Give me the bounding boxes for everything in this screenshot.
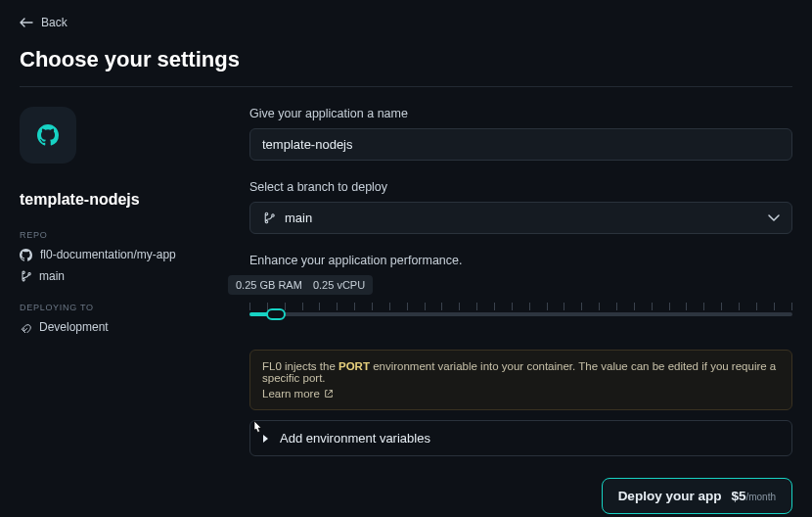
branch-select-value: main: [285, 211, 312, 225]
deploy-price: $5: [731, 489, 745, 503]
repo-path-row[interactable]: fl0-documentation/my-app: [20, 248, 210, 261]
branch-icon: [20, 270, 31, 282]
env-vars-expander[interactable]: Add environment variables: [249, 420, 792, 456]
branch-select-label: Select a branch to deploy: [249, 180, 792, 194]
performance-label: Enhance your application performance.: [249, 254, 792, 267]
app-name-label: Give your application a name: [249, 107, 792, 120]
port-notice: FL0 injects the PORT environment variabl…: [249, 350, 792, 410]
external-link-icon: [324, 389, 334, 399]
slider-cpu-value: 0.25 vCPU: [313, 279, 365, 291]
app-avatar: [20, 107, 76, 164]
github-icon: [20, 249, 32, 261]
rocket-icon: [20, 321, 31, 333]
repo-path: fl0-documentation/my-app: [40, 248, 176, 261]
slider-ram-value: 0.25 GB RAM: [236, 279, 302, 291]
deploy-button[interactable]: Deploy your app $5/month: [602, 478, 792, 514]
project-name: template-nodejs: [20, 191, 210, 209]
environment-name: Development: [39, 320, 109, 334]
performance-slider[interactable]: [249, 301, 792, 322]
environment-row[interactable]: Development: [20, 320, 210, 334]
chevron-down-icon: [768, 214, 780, 222]
github-icon: [37, 124, 59, 146]
back-label: Back: [41, 16, 68, 29]
deploying-to-label: DEPLOYING TO: [20, 303, 210, 312]
learn-more-link[interactable]: Learn more: [262, 388, 334, 400]
page-title: Choose your settings: [20, 47, 792, 72]
divider: [20, 86, 792, 87]
branch-select[interactable]: main: [249, 202, 792, 234]
repo-section-label: REPO: [20, 230, 210, 240]
learn-more-label: Learn more: [262, 388, 320, 400]
deploy-label: Deploy your app: [618, 489, 722, 503]
repo-branch-row[interactable]: main: [20, 269, 210, 283]
slider-tooltip: 0.25 GB RAM 0.25 vCPU: [228, 275, 373, 295]
back-link[interactable]: Back: [20, 16, 68, 29]
slider-ticks: [249, 303, 792, 310]
note-prefix: FL0 injects the: [262, 360, 338, 372]
note-port: PORT: [338, 360, 370, 372]
slider-track: [249, 312, 792, 316]
slider-thumb[interactable]: [266, 308, 286, 320]
repo-branch: main: [39, 269, 65, 283]
sidebar: template-nodejs REPO fl0-documentation/m…: [20, 107, 210, 514]
app-name-input[interactable]: [249, 128, 792, 161]
caret-right-icon: [262, 434, 270, 444]
deploy-period: /month: [745, 492, 776, 502]
branch-icon: [262, 212, 275, 224]
main-form: Give your application a name Select a br…: [249, 107, 792, 514]
env-vars-label: Add environment variables: [280, 431, 430, 446]
arrow-left-icon: [20, 18, 33, 27]
